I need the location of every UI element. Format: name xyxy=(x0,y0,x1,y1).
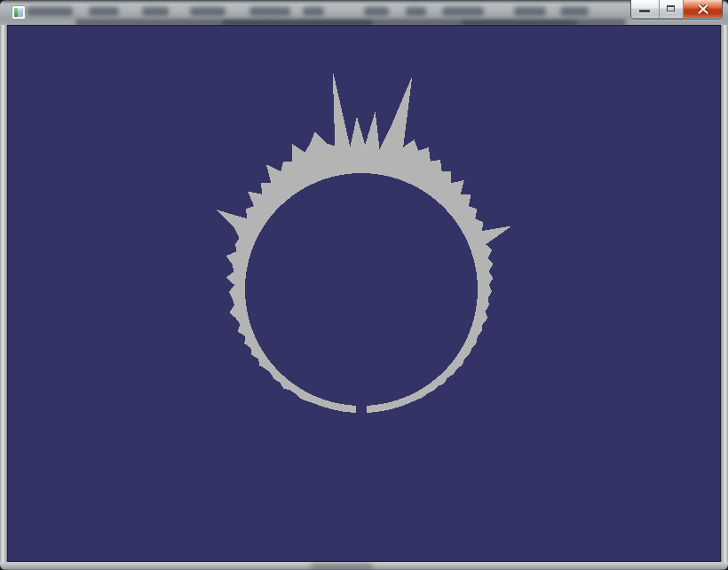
blurred-menu-ghost xyxy=(142,7,169,16)
blurred-title-ghost xyxy=(27,7,73,16)
window-controls xyxy=(630,0,723,20)
radial-spectrum-path xyxy=(217,70,511,413)
app-window xyxy=(0,0,728,570)
maximize-button[interactable] xyxy=(659,0,683,18)
blurred-border-ghost xyxy=(311,564,373,569)
desktop-backdrop xyxy=(0,0,728,570)
close-icon xyxy=(698,4,708,14)
blurred-menu-ghost xyxy=(442,7,484,16)
close-button[interactable] xyxy=(683,0,722,18)
app-icon-art xyxy=(14,8,23,17)
blurred-menu-ghost xyxy=(249,7,290,16)
blurred-menu-ghost xyxy=(406,7,426,16)
app-icon[interactable] xyxy=(12,5,26,20)
window-border-bottom xyxy=(0,562,728,570)
minimize-icon xyxy=(639,10,650,12)
canvas xyxy=(7,25,721,562)
window-border-left xyxy=(0,25,7,562)
minimize-button[interactable] xyxy=(631,0,659,18)
maximize-icon xyxy=(667,5,675,12)
blurred-menu-ghost xyxy=(364,7,389,16)
blurred-menu-ghost xyxy=(514,7,546,16)
blurred-menu-ghost xyxy=(560,7,589,16)
window-border-right xyxy=(721,25,728,562)
blurred-menu-ghost xyxy=(89,7,119,16)
titlebar[interactable] xyxy=(0,0,728,25)
radial-spectrum-visualization xyxy=(7,25,721,562)
blurred-menu-ghost xyxy=(303,7,324,16)
blurred-menu-ghost xyxy=(190,7,226,16)
